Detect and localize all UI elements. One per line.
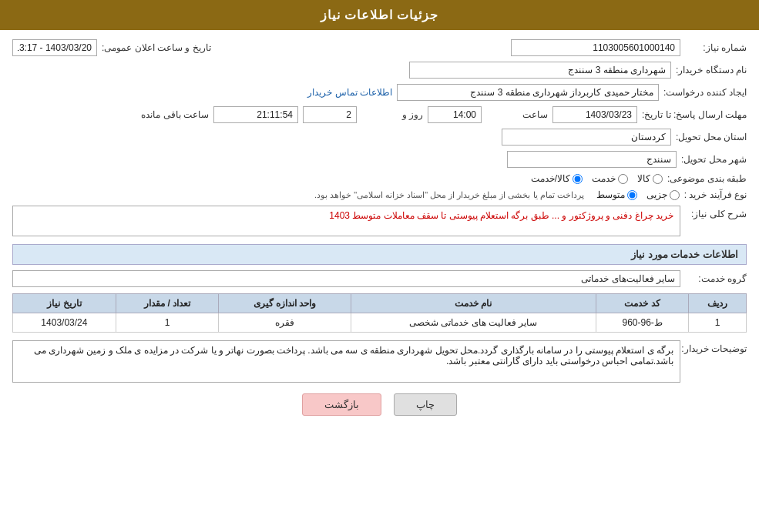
- radio-khadamat[interactable]: [618, 174, 628, 184]
- cell-row: 1: [689, 313, 747, 333]
- province-input[interactable]: [502, 129, 671, 146]
- cell-unit: فقره: [219, 313, 351, 333]
- deadline-days-label: روز و: [361, 109, 423, 120]
- city-label: شهر محل تحویل:: [681, 154, 747, 165]
- radio-khadamat-label: خدمت: [592, 173, 616, 184]
- general-desc-label: شرح کلی نیاز:: [685, 206, 747, 219]
- radio-kala-item[interactable]: کالا: [637, 173, 663, 184]
- back-button[interactable]: بازگشت: [302, 393, 381, 416]
- city-input[interactable]: [507, 151, 677, 168]
- deadline-time-input[interactable]: [428, 106, 482, 123]
- category-label: طبقه بندی موضوعی:: [667, 173, 747, 184]
- print-button[interactable]: چاپ: [394, 393, 457, 416]
- process-label: نوع فرآیند خرید :: [684, 189, 747, 200]
- col-header-row: ردیف: [689, 294, 747, 313]
- col-header-unit: واحد اندازه گیری: [219, 294, 351, 313]
- category-radio-group: کالا خدمت کالا/خدمت: [531, 173, 663, 184]
- radio-motavaset[interactable]: [627, 190, 637, 200]
- process-radio-group: جزیی متوسط پرداخت تمام یا بخشی از مبلغ خ…: [314, 189, 680, 200]
- buyer-notes-label: توضیحات خریدار:: [685, 340, 747, 354]
- page-header: جزئیات اطلاعات نیاز: [0, 0, 759, 30]
- service-group-label: گروه خدمت:: [685, 273, 747, 284]
- province-label: استان محل تحویل:: [676, 132, 747, 142]
- col-header-name: نام خدمت: [351, 294, 596, 313]
- deadline-label: مهلت ارسال پاسخ: تا تاریخ:: [642, 109, 747, 120]
- col-header-date: تاریخ نیاز: [13, 294, 116, 313]
- deadline-time-label: ساعت: [486, 109, 548, 120]
- buyer-notes-textarea[interactable]: [12, 340, 680, 383]
- date-input[interactable]: [12, 39, 97, 56]
- cell-code: ط-96-960: [596, 313, 688, 333]
- radio-kala-khadamat-label: کالا/خدمت: [531, 173, 570, 184]
- page-title: جزئیات اطلاعات نیاز: [321, 8, 439, 22]
- radio-motavaset-item[interactable]: متوسط: [596, 189, 637, 200]
- deadline-days-input[interactable]: [303, 106, 357, 123]
- radio-khadamat-item[interactable]: خدمت: [592, 173, 628, 184]
- org-label: نام دستگاه خریدار:: [676, 65, 747, 75]
- radio-kala-khadamat-item[interactable]: کالا/خدمت: [531, 173, 583, 184]
- col-header-count: تعداد / مقدار: [116, 294, 219, 313]
- general-desc-textarea[interactable]: [12, 206, 680, 236]
- services-table: ردیف کد خدمت نام خدمت واحد اندازه گیری ت…: [12, 293, 747, 333]
- table-row: 1ط-96-960سایر فعالیت های خدماتی شخصیفقره…: [13, 313, 747, 333]
- footer-buttons: چاپ بازگشت: [12, 393, 747, 416]
- org-input[interactable]: [409, 62, 671, 79]
- cell-count: 1: [116, 313, 219, 333]
- date-label: تاریخ و ساعت اعلان عمومی:: [102, 42, 211, 53]
- radio-jozi-item[interactable]: جزیی: [646, 189, 680, 200]
- radio-kala-label: کالا: [637, 173, 650, 184]
- deadline-remaining-label: ساعت باقی مانده: [141, 109, 209, 120]
- services-section-header: اطلاعات خدمات مورد نیاز: [12, 244, 747, 265]
- radio-jozi-label: جزیی: [646, 189, 667, 200]
- radio-kala[interactable]: [653, 174, 663, 184]
- deadline-remaining-input[interactable]: [213, 106, 298, 123]
- deadline-date-input[interactable]: [552, 106, 637, 123]
- service-group-input[interactable]: [12, 270, 680, 287]
- order-number-label: شماره نیاز:: [685, 42, 747, 53]
- radio-kala-khadamat[interactable]: [573, 174, 583, 184]
- contact-link[interactable]: اطلاعات تماس خریدار: [307, 87, 392, 98]
- cell-date: 1403/03/24: [13, 313, 116, 333]
- radio-jozi[interactable]: [670, 190, 680, 200]
- creator-input[interactable]: [397, 84, 659, 101]
- radio-motavaset-label: متوسط: [596, 189, 625, 200]
- cell-name: سایر فعالیت های خدماتی شخصی: [351, 313, 596, 333]
- creator-label: ایجاد کننده درخواست:: [663, 87, 747, 98]
- col-header-code: کد خدمت: [596, 294, 688, 313]
- order-number-input[interactable]: [511, 39, 680, 56]
- process-note: پرداخت تمام یا بخشی از مبلغ خریدار از مح…: [314, 190, 584, 200]
